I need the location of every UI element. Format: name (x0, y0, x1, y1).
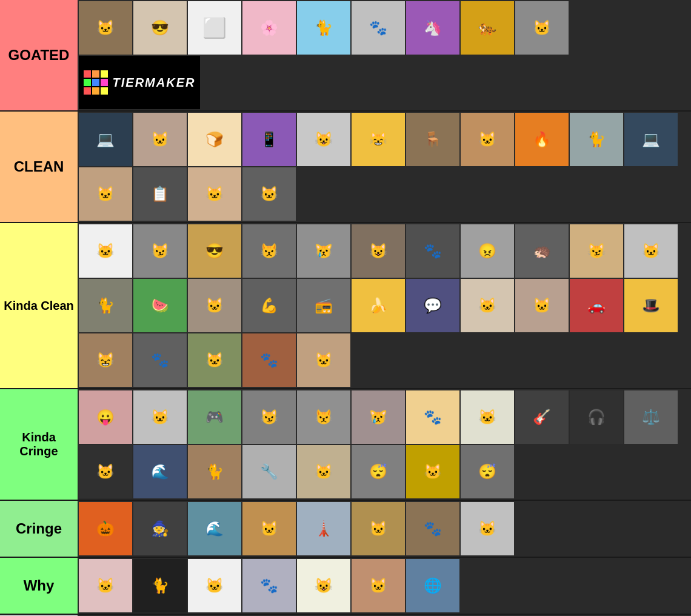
logo-cell (92, 79, 99, 86)
tier-item[interactable]: 💻 (79, 113, 132, 166)
tier-item[interactable]: 😺 (297, 559, 350, 612)
tier-item[interactable]: 😴 (461, 445, 514, 498)
tier-item[interactable]: 🐾 (406, 502, 459, 555)
tier-item[interactable]: 🐱 (352, 559, 405, 612)
tier-item[interactable]: 🌊 (188, 502, 241, 555)
logo-cell (101, 79, 108, 86)
tier-item[interactable]: 🎩 (624, 279, 678, 332)
tier-item[interactable]: 😿 (352, 390, 405, 444)
tier-item[interactable]: 🐾 (133, 333, 187, 387)
tier-item[interactable]: 🐱 (297, 333, 350, 387)
tier-item[interactable]: 🐱 (461, 279, 514, 332)
tier-item[interactable]: 🐱 (79, 1, 132, 55)
tier-item[interactable]: 😺 (297, 113, 350, 166)
tier-item[interactable]: 🐱 (188, 279, 241, 332)
tier-item[interactable]: 😾 (242, 224, 296, 278)
tier-item[interactable]: 🔥 (515, 113, 569, 166)
tier-item[interactable]: 😴 (352, 445, 405, 498)
tier-item[interactable]: 🍉 (133, 279, 187, 332)
tier-item[interactable]: 🔧 (242, 445, 296, 498)
tier-item[interactable]: 🐱 (79, 445, 132, 498)
tier-item[interactable]: ⚖️ (624, 390, 678, 444)
tier-item[interactable]: 🐱 (461, 390, 514, 444)
tier-item[interactable]: 🐱 (188, 167, 241, 221)
tier-item[interactable]: 🪑 (406, 113, 459, 166)
tier-item[interactable]: 🐱 (188, 559, 241, 612)
tier-list: GOATED 🐱 😎 ⬜ 🌸 🐈 🐾 🦄 (0, 0, 691, 616)
tier-item[interactable]: 🌸 (242, 1, 296, 55)
tier-item[interactable]: 💪 (242, 279, 296, 332)
tier-item[interactable]: 🐾 (406, 390, 459, 444)
tier-row-clean: CLEAN 💻 🐱 🍞 📱 😺 😸 🪑 🐱 🔥 🐈 💻 🐱 📋 🐱 🐱 (0, 112, 691, 223)
tier-item[interactable]: 🐈 (79, 279, 132, 332)
tier-item[interactable]: 🚗 (570, 279, 623, 332)
tier-item[interactable]: 🍞 (188, 113, 241, 166)
tier-item[interactable]: 😼 (242, 390, 296, 444)
tier-item[interactable]: 📋 (133, 167, 187, 221)
tier-item[interactable]: 🐱 (515, 279, 569, 332)
tier-item[interactable]: 🐅 (461, 1, 514, 55)
tier-item[interactable]: 🗼 (297, 502, 350, 555)
tier-item[interactable]: 🐱 (133, 390, 187, 444)
tier-row-kinda-cringe: Kinda Cringe 😛 🐱 🎮 😼 😾 😿 🐾 🐱 🎸 🎧 ⚖️ 🐱 🌊 … (0, 389, 691, 501)
tier-item[interactable]: 🐱 (79, 167, 132, 221)
tier-item[interactable]: 🐾 (242, 333, 296, 387)
tier-label-text: Why (24, 577, 55, 594)
tier-item[interactable]: 🌐 (406, 559, 459, 612)
tier-item[interactable]: 🐱 (352, 502, 405, 555)
tier-item[interactable]: 🧙 (133, 502, 187, 555)
tier-label-goated: GOATED (0, 0, 78, 110)
tier-item[interactable]: 🐱 (188, 333, 241, 387)
tier-item[interactable]: 🐱 (515, 1, 569, 55)
tier-item[interactable]: ⬜ (188, 1, 241, 55)
tier-item[interactable]: 🎃 (79, 502, 132, 555)
tier-item[interactable]: 😠 (461, 224, 514, 278)
tier-item[interactable]: 🐱 (461, 113, 514, 166)
tier-item[interactable]: 😿 (297, 224, 350, 278)
tier-item[interactable]: 💻 (624, 113, 678, 166)
tier-item[interactable]: 😺 (352, 224, 405, 278)
tier-item[interactable]: 🐱 (133, 113, 187, 166)
tier-item[interactable]: 🐱 (461, 502, 514, 555)
tier-item[interactable]: 🐱 (297, 445, 350, 498)
tier-item[interactable]: 😎 (133, 1, 187, 55)
tier-item[interactable]: 🐾 (406, 224, 459, 278)
tier-item[interactable]: 🐈 (297, 1, 350, 55)
tier-label-text: Cringe (16, 520, 62, 537)
tier-item[interactable]: 🐱 (242, 502, 296, 555)
tier-item[interactable]: 🐾 (242, 559, 296, 612)
tier-item[interactable]: 🦄 (406, 1, 459, 55)
tier-item[interactable]: 🎸 (515, 390, 569, 444)
tier-item[interactable]: 🦔 (515, 224, 569, 278)
tier-item[interactable]: 😸 (352, 113, 405, 166)
tier-item[interactable]: 😸 (79, 333, 132, 387)
tier-item[interactable]: 🐱 (406, 445, 459, 498)
tier-item[interactable]: 🎮 (188, 390, 241, 444)
tier-item[interactable]: 🐱 (624, 224, 678, 278)
tier-item[interactable]: 📻 (297, 279, 350, 332)
tier-label-text: Kinda Cringe (2, 430, 75, 458)
tier-item[interactable]: 🐈 (133, 559, 187, 612)
tier-item[interactable]: 🐱 (79, 224, 132, 278)
tier-item[interactable]: 😼 (570, 224, 623, 278)
tier-item[interactable]: 🐱 (79, 559, 132, 612)
tier-items-why: 🐱 🐈 🐱 🐾 😺 🐱 🌐 (78, 558, 691, 614)
tier-item[interactable]: 🐱 (242, 167, 296, 221)
logo-cell (84, 70, 91, 78)
tier-item[interactable]: 📱 (242, 113, 296, 166)
tier-items-clean: 💻 🐱 🍞 📱 😺 😸 🪑 🐱 🔥 🐈 💻 🐱 📋 🐱 🐱 (78, 112, 691, 222)
tier-item[interactable]: 😛 (79, 390, 132, 444)
tier-item[interactable]: 😎 (188, 224, 241, 278)
tier-item[interactable]: 🎧 (570, 390, 623, 444)
tier-item[interactable]: 🐈 (188, 445, 241, 498)
tier-item[interactable]: 🐈 (570, 113, 623, 166)
tier-item[interactable]: 🌊 (133, 445, 187, 498)
tier-item[interactable]: 😼 (133, 224, 187, 278)
tier-item[interactable]: 🍌 (352, 279, 405, 332)
tier-label-kinda-clean: Kinda Clean (0, 223, 78, 388)
tier-item[interactable]: 💬 (406, 279, 459, 332)
tier-label-kinda-cringe: Kinda Cringe (0, 389, 78, 500)
logo-cell (92, 87, 99, 95)
tier-item[interactable]: 🐾 (352, 1, 405, 55)
tier-item[interactable]: 😾 (297, 390, 350, 444)
